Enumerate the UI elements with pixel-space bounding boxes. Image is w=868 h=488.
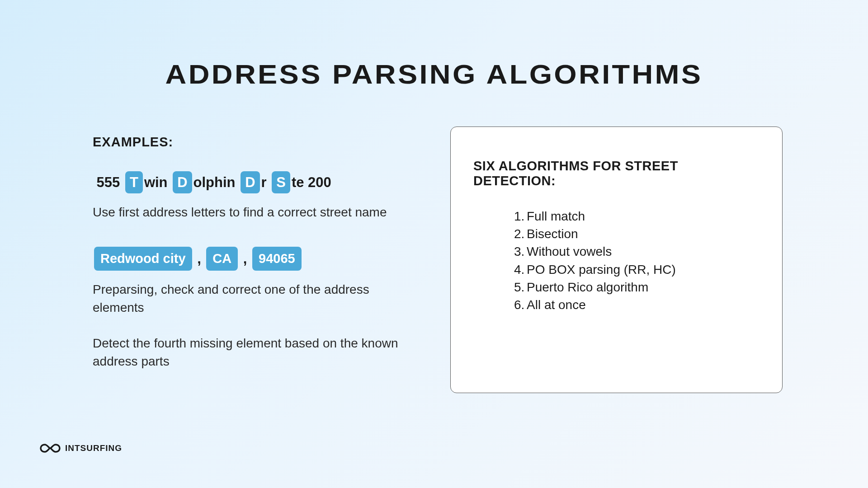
highlight-chip: CA	[206, 247, 238, 271]
list-number: 2.	[514, 225, 524, 243]
highlight-chip: D	[173, 171, 192, 193]
list-number: 4.	[514, 261, 524, 278]
list-number: 3.	[514, 243, 524, 260]
brand-logo: INTSURFING	[40, 443, 122, 454]
algorithm-label: Without vowels	[527, 244, 612, 258]
example-1-description: Use first address letters to find a corr…	[93, 203, 418, 222]
highlight-chip: D	[241, 171, 259, 193]
algorithm-label: Full match	[527, 209, 585, 223]
algorithms-card-title: SIX ALGORITHMS FOR STREET DETECTION:	[473, 159, 760, 188]
examples-column: EXAMPLES: 555 Twin Dolphin Dr Ste 200 Us…	[93, 135, 418, 388]
algorithms-list: 1.Full match2.Bisection3.Without vowels4…	[473, 207, 760, 314]
address-text-segment: 555	[93, 173, 124, 192]
algorithm-label: Puerto Rico algorithm	[527, 280, 648, 294]
address-text-segment: ,	[239, 249, 251, 268]
list-number: 1.	[514, 207, 524, 225]
algorithms-card: SIX ALGORITHMS FOR STREET DETECTION: 1.F…	[450, 127, 783, 393]
brand-name: INTSURFING	[65, 443, 122, 453]
algorithm-item: 1.Full match	[514, 207, 760, 225]
algorithm-item: 2.Bisection	[514, 225, 760, 243]
algorithm-label: All at once	[527, 298, 586, 312]
address-text-segment: r	[261, 173, 271, 192]
examples-heading: EXAMPLES:	[93, 135, 418, 150]
highlight-chip: 94065	[252, 247, 302, 271]
algorithm-label: Bisection	[527, 227, 578, 241]
address-text-segment: olphin	[193, 173, 240, 192]
highlight-chip: Redwood city	[94, 247, 192, 271]
address-text-segment: te 200	[292, 173, 331, 192]
highlight-chip: S	[272, 171, 290, 193]
infinity-icon	[40, 443, 61, 454]
algorithm-item: 4.PO BOX parsing (RR, HC)	[514, 261, 760, 278]
example-1-address: 555 Twin Dolphin Dr Ste 200	[93, 171, 418, 193]
algorithm-item: 3.Without vowels	[514, 243, 760, 260]
algorithm-label: PO BOX parsing (RR, HC)	[527, 263, 676, 277]
highlight-chip: T	[125, 171, 143, 193]
algorithm-item: 5.Puerto Rico algorithm	[514, 278, 760, 296]
list-number: 5.	[514, 278, 524, 296]
example-2-description-1: Preparsing, check and correct one of the…	[93, 281, 418, 317]
algorithm-item: 6.All at once	[514, 296, 760, 314]
example-2-description-2: Detect the fourth missing element based …	[93, 334, 418, 371]
address-text-segment: ,	[193, 249, 205, 268]
example-2-address: Redwood city , CA , 94065	[93, 247, 418, 271]
list-number: 6.	[514, 296, 524, 314]
address-text-segment: win	[144, 173, 171, 192]
page-title: ADDRESS PARSING ALGORITHMS	[0, 59, 868, 90]
